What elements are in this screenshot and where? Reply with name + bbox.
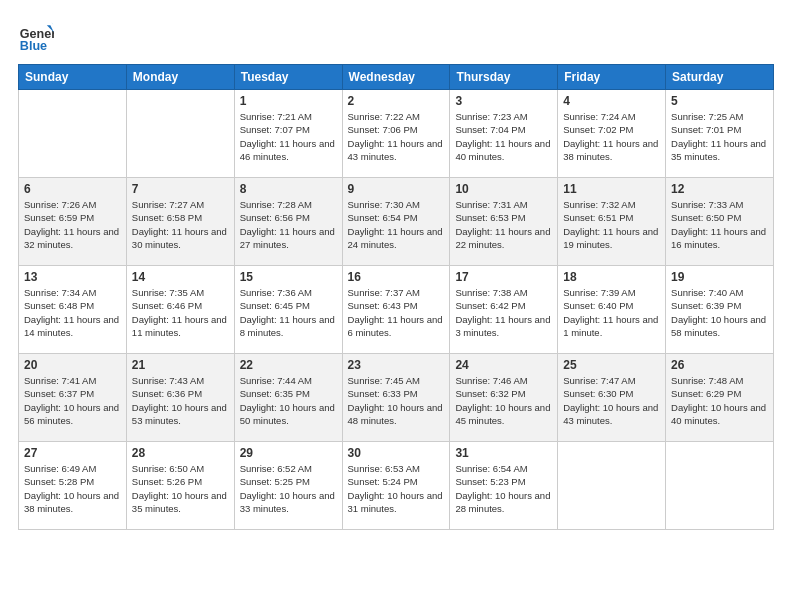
week-row-5: 27Sunrise: 6:49 AM Sunset: 5:28 PM Dayli…: [19, 442, 774, 530]
day-info: Sunrise: 7:46 AM Sunset: 6:32 PM Dayligh…: [455, 374, 552, 427]
day-number: 7: [132, 182, 229, 196]
day-info: Sunrise: 7:24 AM Sunset: 7:02 PM Dayligh…: [563, 110, 660, 163]
header-row: SundayMondayTuesdayWednesdayThursdayFrid…: [19, 65, 774, 90]
day-number: 26: [671, 358, 768, 372]
day-number: 21: [132, 358, 229, 372]
day-info: Sunrise: 7:48 AM Sunset: 6:29 PM Dayligh…: [671, 374, 768, 427]
day-number: 22: [240, 358, 337, 372]
calendar-cell: 18Sunrise: 7:39 AM Sunset: 6:40 PM Dayli…: [558, 266, 666, 354]
calendar-cell: 9Sunrise: 7:30 AM Sunset: 6:54 PM Daylig…: [342, 178, 450, 266]
day-number: 16: [348, 270, 445, 284]
calendar-cell: 16Sunrise: 7:37 AM Sunset: 6:43 PM Dayli…: [342, 266, 450, 354]
day-number: 27: [24, 446, 121, 460]
day-header-thursday: Thursday: [450, 65, 558, 90]
day-info: Sunrise: 6:53 AM Sunset: 5:24 PM Dayligh…: [348, 462, 445, 515]
day-number: 3: [455, 94, 552, 108]
day-number: 18: [563, 270, 660, 284]
week-row-1: 1Sunrise: 7:21 AM Sunset: 7:07 PM Daylig…: [19, 90, 774, 178]
calendar-cell: 30Sunrise: 6:53 AM Sunset: 5:24 PM Dayli…: [342, 442, 450, 530]
calendar-cell: 13Sunrise: 7:34 AM Sunset: 6:48 PM Dayli…: [19, 266, 127, 354]
day-number: 31: [455, 446, 552, 460]
day-info: Sunrise: 7:22 AM Sunset: 7:06 PM Dayligh…: [348, 110, 445, 163]
day-info: Sunrise: 7:35 AM Sunset: 6:46 PM Dayligh…: [132, 286, 229, 339]
day-number: 17: [455, 270, 552, 284]
calendar-cell: 29Sunrise: 6:52 AM Sunset: 5:25 PM Dayli…: [234, 442, 342, 530]
day-header-sunday: Sunday: [19, 65, 127, 90]
logo: General Blue: [18, 18, 58, 54]
day-info: Sunrise: 7:25 AM Sunset: 7:01 PM Dayligh…: [671, 110, 768, 163]
day-number: 25: [563, 358, 660, 372]
day-info: Sunrise: 7:31 AM Sunset: 6:53 PM Dayligh…: [455, 198, 552, 251]
day-number: 10: [455, 182, 552, 196]
calendar-cell: 10Sunrise: 7:31 AM Sunset: 6:53 PM Dayli…: [450, 178, 558, 266]
calendar-cell: 12Sunrise: 7:33 AM Sunset: 6:50 PM Dayli…: [666, 178, 774, 266]
calendar-cell: [666, 442, 774, 530]
day-number: 5: [671, 94, 768, 108]
day-number: 20: [24, 358, 121, 372]
day-number: 15: [240, 270, 337, 284]
svg-text:Blue: Blue: [20, 39, 47, 53]
calendar-cell: 19Sunrise: 7:40 AM Sunset: 6:39 PM Dayli…: [666, 266, 774, 354]
calendar-table: SundayMondayTuesdayWednesdayThursdayFrid…: [18, 64, 774, 530]
calendar-cell: 1Sunrise: 7:21 AM Sunset: 7:07 PM Daylig…: [234, 90, 342, 178]
calendar-cell: 6Sunrise: 7:26 AM Sunset: 6:59 PM Daylig…: [19, 178, 127, 266]
logo-icon: General Blue: [18, 18, 54, 54]
day-info: Sunrise: 7:26 AM Sunset: 6:59 PM Dayligh…: [24, 198, 121, 251]
day-header-monday: Monday: [126, 65, 234, 90]
calendar-cell: 24Sunrise: 7:46 AM Sunset: 6:32 PM Dayli…: [450, 354, 558, 442]
day-info: Sunrise: 7:23 AM Sunset: 7:04 PM Dayligh…: [455, 110, 552, 163]
day-number: 23: [348, 358, 445, 372]
calendar-cell: 14Sunrise: 7:35 AM Sunset: 6:46 PM Dayli…: [126, 266, 234, 354]
calendar-cell: 26Sunrise: 7:48 AM Sunset: 6:29 PM Dayli…: [666, 354, 774, 442]
day-info: Sunrise: 7:36 AM Sunset: 6:45 PM Dayligh…: [240, 286, 337, 339]
day-number: 4: [563, 94, 660, 108]
day-number: 24: [455, 358, 552, 372]
day-info: Sunrise: 7:41 AM Sunset: 6:37 PM Dayligh…: [24, 374, 121, 427]
day-info: Sunrise: 6:49 AM Sunset: 5:28 PM Dayligh…: [24, 462, 121, 515]
header: General Blue: [18, 18, 774, 54]
day-info: Sunrise: 7:27 AM Sunset: 6:58 PM Dayligh…: [132, 198, 229, 251]
day-header-saturday: Saturday: [666, 65, 774, 90]
day-number: 2: [348, 94, 445, 108]
day-info: Sunrise: 7:39 AM Sunset: 6:40 PM Dayligh…: [563, 286, 660, 339]
calendar-cell: 25Sunrise: 7:47 AM Sunset: 6:30 PM Dayli…: [558, 354, 666, 442]
calendar-cell: 21Sunrise: 7:43 AM Sunset: 6:36 PM Dayli…: [126, 354, 234, 442]
day-number: 9: [348, 182, 445, 196]
calendar-cell: 5Sunrise: 7:25 AM Sunset: 7:01 PM Daylig…: [666, 90, 774, 178]
day-number: 19: [671, 270, 768, 284]
day-number: 1: [240, 94, 337, 108]
calendar-cell: 3Sunrise: 7:23 AM Sunset: 7:04 PM Daylig…: [450, 90, 558, 178]
week-row-4: 20Sunrise: 7:41 AM Sunset: 6:37 PM Dayli…: [19, 354, 774, 442]
day-info: Sunrise: 7:38 AM Sunset: 6:42 PM Dayligh…: [455, 286, 552, 339]
day-number: 6: [24, 182, 121, 196]
day-info: Sunrise: 6:54 AM Sunset: 5:23 PM Dayligh…: [455, 462, 552, 515]
day-info: Sunrise: 7:33 AM Sunset: 6:50 PM Dayligh…: [671, 198, 768, 251]
day-number: 12: [671, 182, 768, 196]
calendar-cell: 2Sunrise: 7:22 AM Sunset: 7:06 PM Daylig…: [342, 90, 450, 178]
calendar-cell: 17Sunrise: 7:38 AM Sunset: 6:42 PM Dayli…: [450, 266, 558, 354]
day-number: 13: [24, 270, 121, 284]
day-header-friday: Friday: [558, 65, 666, 90]
calendar-cell: 8Sunrise: 7:28 AM Sunset: 6:56 PM Daylig…: [234, 178, 342, 266]
day-header-wednesday: Wednesday: [342, 65, 450, 90]
day-number: 14: [132, 270, 229, 284]
calendar-cell: 23Sunrise: 7:45 AM Sunset: 6:33 PM Dayli…: [342, 354, 450, 442]
day-info: Sunrise: 6:52 AM Sunset: 5:25 PM Dayligh…: [240, 462, 337, 515]
day-info: Sunrise: 7:34 AM Sunset: 6:48 PM Dayligh…: [24, 286, 121, 339]
day-number: 28: [132, 446, 229, 460]
calendar-cell: 7Sunrise: 7:27 AM Sunset: 6:58 PM Daylig…: [126, 178, 234, 266]
calendar-cell: 20Sunrise: 7:41 AM Sunset: 6:37 PM Dayli…: [19, 354, 127, 442]
day-info: Sunrise: 7:47 AM Sunset: 6:30 PM Dayligh…: [563, 374, 660, 427]
day-info: Sunrise: 7:32 AM Sunset: 6:51 PM Dayligh…: [563, 198, 660, 251]
calendar-cell: [558, 442, 666, 530]
calendar-cell: 31Sunrise: 6:54 AM Sunset: 5:23 PM Dayli…: [450, 442, 558, 530]
calendar-cell: 28Sunrise: 6:50 AM Sunset: 5:26 PM Dayli…: [126, 442, 234, 530]
calendar-cell: 11Sunrise: 7:32 AM Sunset: 6:51 PM Dayli…: [558, 178, 666, 266]
day-header-tuesday: Tuesday: [234, 65, 342, 90]
day-info: Sunrise: 7:43 AM Sunset: 6:36 PM Dayligh…: [132, 374, 229, 427]
calendar-cell: 15Sunrise: 7:36 AM Sunset: 6:45 PM Dayli…: [234, 266, 342, 354]
day-info: Sunrise: 6:50 AM Sunset: 5:26 PM Dayligh…: [132, 462, 229, 515]
day-info: Sunrise: 7:21 AM Sunset: 7:07 PM Dayligh…: [240, 110, 337, 163]
calendar-cell: [19, 90, 127, 178]
week-row-3: 13Sunrise: 7:34 AM Sunset: 6:48 PM Dayli…: [19, 266, 774, 354]
